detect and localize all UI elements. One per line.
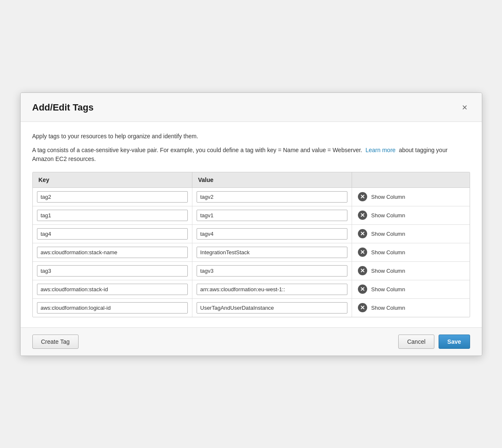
footer-left: Create Tag (32, 335, 79, 349)
key-cell (33, 188, 192, 206)
action-cell: ✕ Show Column (352, 226, 470, 242)
table-header: Key Value (33, 172, 470, 188)
add-edit-tags-dialog: Add/Edit Tags × Apply tags to your resou… (20, 92, 482, 356)
show-column-link[interactable]: Show Column (371, 305, 405, 311)
remove-tag-button[interactable]: ✕ (358, 266, 367, 275)
value-cell (192, 188, 352, 206)
remove-tag-button[interactable]: ✕ (358, 248, 367, 257)
remove-tag-button[interactable]: ✕ (358, 303, 367, 312)
action-cell: ✕ Show Column (352, 207, 470, 223)
remove-icon: ✕ (358, 248, 367, 257)
remove-tag-button[interactable]: ✕ (358, 211, 367, 220)
table-rows-container: ✕ Show Column ✕ Show Column (33, 188, 470, 317)
table-row: ✕ Show Column (33, 188, 470, 206)
table-row: ✕ Show Column (33, 225, 470, 243)
key-cell (33, 225, 192, 243)
value-input[interactable] (197, 265, 347, 277)
remove-icon: ✕ (358, 303, 367, 312)
remove-icon: ✕ (358, 192, 367, 201)
value-input[interactable] (197, 210, 347, 221)
table-row: ✕ Show Column (33, 206, 470, 225)
remove-tag-button[interactable]: ✕ (358, 229, 367, 238)
tags-table: Key Value ✕ Show Column (32, 172, 470, 317)
key-input[interactable] (37, 191, 188, 203)
action-cell: ✕ Show Column (352, 244, 470, 260)
table-row: ✕ Show Column (33, 262, 470, 280)
remove-icon: ✕ (358, 285, 367, 294)
key-input[interactable] (37, 265, 188, 277)
dialog-footer: Create Tag Cancel Save (21, 327, 482, 356)
remove-tag-button[interactable]: ✕ (358, 285, 367, 294)
remove-tag-button[interactable]: ✕ (358, 192, 367, 201)
value-cell (192, 206, 352, 224)
dialog-title: Add/Edit Tags (32, 102, 94, 113)
table-row: ✕ Show Column (33, 243, 470, 262)
column-header-key: Key (33, 172, 192, 187)
learn-more-link[interactable]: Learn more (365, 147, 396, 153)
description-line1: Apply tags to your resources to help org… (32, 132, 470, 141)
remove-icon: ✕ (358, 211, 367, 220)
action-cell: ✕ Show Column (352, 300, 470, 316)
action-cell: ✕ Show Column (352, 263, 470, 279)
dialog-body: Apply tags to your resources to help org… (21, 122, 482, 327)
show-column-link[interactable]: Show Column (371, 231, 405, 237)
dialog-header: Add/Edit Tags × (21, 93, 482, 122)
save-button[interactable]: Save (439, 335, 470, 349)
key-input[interactable] (37, 284, 188, 295)
key-input[interactable] (37, 228, 188, 240)
show-column-link[interactable]: Show Column (371, 286, 405, 293)
value-cell (192, 243, 352, 261)
value-input[interactable] (197, 191, 347, 203)
close-button[interactable]: × (460, 101, 470, 114)
show-column-link[interactable]: Show Column (371, 194, 405, 200)
column-header-value: Value (192, 172, 352, 187)
key-cell (33, 280, 192, 298)
key-cell (33, 206, 192, 224)
value-input[interactable] (197, 284, 347, 295)
value-cell (192, 299, 352, 317)
value-cell (192, 280, 352, 298)
description-line2: A tag consists of a case-sensitive key-v… (32, 146, 470, 163)
key-cell (33, 262, 192, 280)
remove-icon: ✕ (358, 266, 367, 275)
value-input[interactable] (197, 247, 347, 258)
table-row: ✕ Show Column (33, 299, 470, 317)
show-column-link[interactable]: Show Column (371, 268, 405, 274)
table-row: ✕ Show Column (33, 280, 470, 299)
value-input[interactable] (197, 302, 347, 314)
show-column-link[interactable]: Show Column (371, 212, 405, 219)
key-input[interactable] (37, 247, 188, 258)
footer-right: Cancel Save (398, 335, 470, 349)
key-cell (33, 299, 192, 317)
description-line2-before: A tag consists of a case-sensitive key-v… (32, 147, 363, 153)
action-cell: ✕ Show Column (352, 281, 470, 297)
key-cell (33, 243, 192, 261)
column-header-actions (352, 172, 470, 187)
key-input[interactable] (37, 302, 188, 314)
cancel-button[interactable]: Cancel (398, 335, 434, 349)
action-cell: ✕ Show Column (352, 189, 470, 205)
key-input[interactable] (37, 210, 188, 221)
create-tag-button[interactable]: Create Tag (32, 335, 79, 349)
value-input[interactable] (197, 228, 347, 240)
show-column-link[interactable]: Show Column (371, 249, 405, 256)
value-cell (192, 225, 352, 243)
value-cell (192, 262, 352, 280)
remove-icon: ✕ (358, 229, 367, 238)
